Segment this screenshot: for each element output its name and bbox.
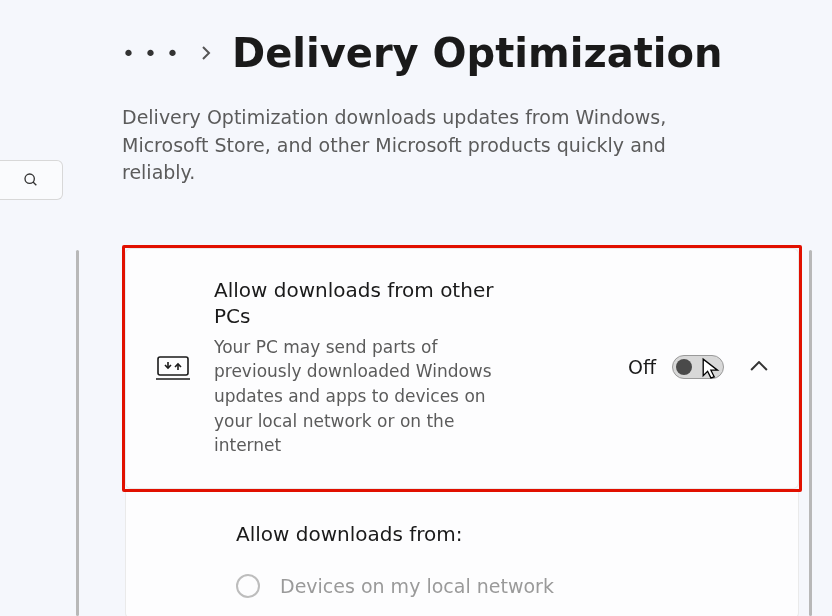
page-title: Delivery Optimization bbox=[232, 30, 723, 76]
radio-option-local-network[interactable]: Devices on my local network bbox=[236, 574, 758, 598]
panel-title: Allow downloads from: bbox=[236, 522, 758, 546]
svg-line-1 bbox=[33, 182, 36, 185]
breadcrumb: • • • Delivery Optimization bbox=[122, 30, 802, 76]
breadcrumb-overflow-icon[interactable]: • • • bbox=[122, 41, 180, 66]
network-pc-icon bbox=[156, 353, 190, 381]
chevron-right-icon bbox=[200, 43, 212, 64]
page-description: Delivery Optimization downloads updates … bbox=[122, 104, 742, 187]
card-title: Allow downloads from other PCs bbox=[214, 277, 494, 329]
allow-downloads-card[interactable]: Allow downloads from other PCs Your PC m… bbox=[125, 248, 799, 489]
allow-downloads-toggle[interactable] bbox=[672, 355, 724, 379]
card-subtitle: Your PC may send parts of previously dow… bbox=[214, 335, 494, 458]
svg-rect-2 bbox=[158, 357, 188, 375]
toggle-state-label: Off bbox=[628, 356, 656, 378]
scrollbar-left[interactable] bbox=[76, 250, 79, 616]
scrollbar-right[interactable] bbox=[809, 250, 812, 616]
svg-point-0 bbox=[25, 174, 34, 183]
toggle-knob bbox=[676, 359, 692, 375]
collapse-button[interactable] bbox=[750, 358, 768, 377]
radio-label: Devices on my local network bbox=[280, 575, 554, 597]
radio-icon bbox=[236, 574, 260, 598]
allow-downloads-panel: Allow downloads from: Devices on my loca… bbox=[125, 492, 799, 616]
search-button[interactable] bbox=[0, 160, 63, 200]
highlighted-region: Allow downloads from other PCs Your PC m… bbox=[122, 245, 802, 492]
search-icon bbox=[23, 172, 39, 188]
